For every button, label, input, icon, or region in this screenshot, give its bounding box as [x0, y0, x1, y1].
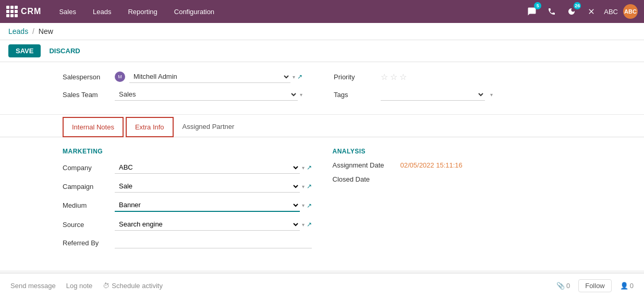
- marketing-header: Marketing: [63, 148, 312, 155]
- salesperson-select[interactable]: Mitchell Admin: [129, 70, 290, 83]
- assignment-date-value: 02/05/2022 15:11:16: [400, 161, 463, 169]
- medium-label: Medium: [63, 201, 115, 209]
- app-name: CRM: [21, 7, 41, 16]
- avatar-initials: ABC: [624, 8, 637, 15]
- campaign-label: Campaign: [63, 183, 115, 190]
- company-label: Company: [63, 164, 115, 172]
- breadcrumb-text: Leads / New: [8, 27, 53, 35]
- tags-select[interactable]: [381, 88, 485, 101]
- salesperson-dropdown-arrow: ▾: [293, 74, 295, 80]
- company-external-link[interactable]: ↗: [307, 164, 312, 171]
- source-label: Source: [63, 221, 115, 229]
- tab-content: Marketing Company ABC ▾ ↗ Campaign: [0, 137, 644, 270]
- company-row: Company ABC ▾ ↗: [63, 161, 312, 174]
- save-button[interactable]: SAVE: [8, 44, 41, 57]
- app-grid-icon[interactable]: [6, 6, 18, 17]
- tab-columns: Marketing Company ABC ▾ ↗ Campaign: [63, 148, 581, 255]
- nav-leads[interactable]: Leads: [86, 5, 118, 19]
- tags-dropdown-arrow: ▾: [490, 92, 493, 98]
- nav-configuration[interactable]: Configuration: [167, 5, 222, 19]
- messaging-icon-btn[interactable]: 5: [525, 4, 539, 19]
- medium-dropdown-arrow: ▾: [302, 202, 305, 208]
- breadcrumb-separator: /: [32, 27, 34, 35]
- phone-icon-btn[interactable]: [544, 4, 559, 19]
- nav-sales[interactable]: Sales: [52, 5, 83, 19]
- tab-extra-info-label: Extra Info: [135, 123, 164, 131]
- tab-internal-notes[interactable]: Internal Notes: [63, 117, 124, 137]
- tags-label: Tags: [334, 91, 375, 99]
- salesperson-row: Salesperson M Mitchell Admin ▾ ↗ Priorit…: [63, 70, 602, 83]
- assignment-date-label: Assignment Date: [333, 161, 400, 169]
- priority-star-2[interactable]: ☆: [390, 72, 397, 82]
- breadcrumb-current: New: [39, 27, 53, 35]
- source-row: Source Search engine ▾ ↗: [63, 218, 312, 231]
- medium-field: Banner ▾ ↗: [115, 199, 312, 212]
- salesperson-field: M Mitchell Admin ▾ ↗: [115, 70, 302, 83]
- salesperson-avatar: M: [115, 71, 125, 82]
- closed-date-label: Closed Date: [333, 175, 400, 183]
- breadcrumb-parent[interactable]: Leads: [8, 27, 28, 35]
- salesperson-label: Salesperson: [63, 73, 115, 81]
- referred-by-input[interactable]: [115, 237, 312, 248]
- moon-badge: 26: [574, 2, 581, 9]
- priority-star-1[interactable]: ☆: [381, 72, 388, 82]
- sales-team-label: Sales Team: [63, 91, 115, 99]
- priority-label: Priority: [334, 73, 375, 81]
- source-dropdown-arrow: ▾: [302, 222, 305, 228]
- campaign-external-link[interactable]: ↗: [307, 183, 312, 190]
- company-field: ABC ▾ ↗: [115, 161, 312, 174]
- sales-team-select[interactable]: Sales: [115, 88, 298, 101]
- close-icon-btn[interactable]: [584, 4, 599, 19]
- assignment-date-row: Assignment Date 02/05/2022 15:11:16: [333, 161, 582, 169]
- priority-section: Priority ☆ ☆ ☆: [334, 72, 407, 82]
- tab-internal-notes-label: Internal Notes: [72, 123, 114, 131]
- company-select[interactable]: ABC: [115, 161, 300, 174]
- medium-external-link[interactable]: ↗: [307, 202, 312, 209]
- sales-team-field: Sales ▾: [115, 88, 302, 101]
- moon-icon-btn[interactable]: 26: [564, 4, 579, 19]
- sales-team-row: Sales Team Sales ▾ Tags ▾: [63, 88, 602, 101]
- analysis-column: Analysis Assignment Date 02/05/2022 15:1…: [333, 148, 582, 255]
- user-avatar[interactable]: ABC: [623, 4, 638, 19]
- referred-by-label: Referred By: [63, 239, 115, 247]
- priority-star-3[interactable]: ☆: [399, 72, 407, 82]
- breadcrumb: Leads / New: [0, 23, 644, 40]
- sales-team-dropdown-arrow: ▾: [300, 92, 302, 98]
- navbar-actions: 5 26 ABC ABC: [525, 4, 638, 19]
- analysis-header: Analysis: [333, 148, 582, 155]
- tab-extra-info[interactable]: Extra Info: [126, 117, 174, 137]
- form-section: Salesperson M Mitchell Admin ▾ ↗ Priorit…: [0, 62, 644, 115]
- campaign-field: Sale ▾ ↗: [115, 180, 312, 193]
- referred-by-row: Referred By: [63, 237, 312, 248]
- main-content: Salesperson M Mitchell Admin ▾ ↗ Priorit…: [0, 62, 644, 270]
- tags-section: Tags ▾: [334, 88, 493, 101]
- tab-assigned-partner-label: Assigned Partner: [183, 123, 235, 130]
- source-external-link[interactable]: ↗: [307, 221, 312, 228]
- navbar-menu: Sales Leads Reporting Configuration: [52, 5, 525, 19]
- medium-row: Medium Banner ▾ ↗: [63, 199, 312, 212]
- priority-stars: ☆ ☆ ☆: [381, 72, 407, 82]
- source-field: Search engine ▾ ↗: [115, 218, 312, 231]
- medium-select[interactable]: Banner: [115, 199, 300, 212]
- marketing-column: Marketing Company ABC ▾ ↗ Campaign: [63, 148, 312, 255]
- company-dropdown-arrow: ▾: [302, 165, 305, 171]
- campaign-dropdown-arrow: ▾: [302, 184, 305, 189]
- discard-button[interactable]: DISCARD: [45, 44, 84, 57]
- closed-date-row: Closed Date: [333, 175, 582, 183]
- nav-reporting[interactable]: Reporting: [120, 5, 164, 19]
- source-select[interactable]: Search engine: [115, 218, 300, 231]
- user-name-text[interactable]: ABC: [604, 8, 618, 16]
- navbar: CRM Sales Leads Reporting Configuration …: [0, 0, 644, 23]
- salesperson-external-link[interactable]: ↗: [297, 73, 302, 80]
- campaign-select[interactable]: Sale: [115, 180, 300, 193]
- app-brand[interactable]: CRM: [6, 6, 41, 17]
- messaging-badge: 5: [534, 2, 541, 9]
- campaign-row: Campaign Sale ▾ ↗: [63, 180, 312, 193]
- tab-assigned-partner[interactable]: Assigned Partner: [174, 117, 244, 137]
- referred-by-field: [115, 237, 312, 248]
- tabs-bar: Internal Notes Extra Info Assigned Partn…: [0, 117, 644, 137]
- action-bar: SAVE DISCARD: [0, 40, 644, 62]
